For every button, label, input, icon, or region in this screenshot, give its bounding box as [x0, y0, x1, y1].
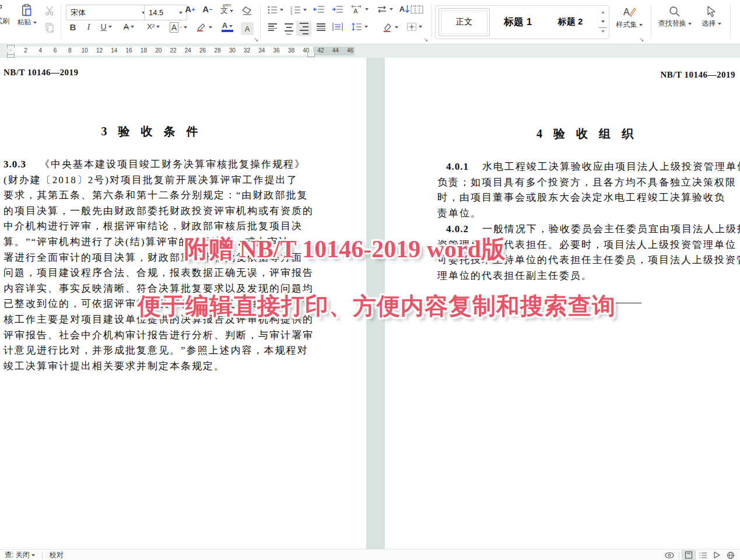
format-painter-label: 格式刷: [0, 16, 9, 26]
search-icon: [668, 5, 682, 19]
clause-4-0-1: 4.0.1 水电工程竣工决算验收应由项目法人上级投资管理单位 负责；如项目具有多…: [437, 159, 737, 221]
distribute-button[interactable]: <>: [330, 22, 345, 32]
clause-number: 4.0.1: [446, 161, 469, 172]
text-line: 竣工决算审计提出相关要求并制定本条规定。: [3, 359, 302, 374]
outline-view-button[interactable]: [696, 550, 710, 560]
style-normal[interactable]: 正文: [439, 8, 490, 36]
chevron-down-icon: [390, 8, 393, 10]
chevron-down-icon: [33, 22, 37, 24]
chevron-down-icon: [419, 26, 422, 28]
find-replace-button[interactable]: 查找替换: [655, 5, 694, 29]
web-view-button[interactable]: [724, 550, 738, 560]
borders-button[interactable]: [402, 22, 426, 32]
text-line: 3.0.3 《中央基本建设项目竣工财务决算审核批复操作规程》: [3, 157, 302, 173]
chevron-down-icon: [229, 25, 233, 27]
pinyin-guide-button[interactable]: wén 文: [216, 2, 237, 13]
effect-accent: ~: [179, 24, 182, 30]
grid-icon: [411, 5, 423, 14]
page-view-icon: [685, 551, 693, 559]
chevron-down-icon: [688, 23, 692, 25]
eraser-icon: [241, 5, 254, 16]
paragraph-dialog-launcher[interactable]: ↘: [423, 36, 428, 43]
toolbar-overflow-item[interactable]: 排: [734, 5, 740, 29]
highlighter-icon: [195, 22, 207, 33]
styles-scroll-up[interactable]: [599, 9, 607, 16]
svg-text:A: A: [353, 8, 358, 15]
ruler-number: 12: [95, 47, 104, 54]
align-left-button[interactable]: [265, 22, 279, 32]
select-button[interactable]: 选择: [696, 5, 727, 29]
font-color-swatch: [222, 30, 233, 32]
shrink-font-button[interactable]: A−: [200, 5, 215, 13]
table-grid-button[interactable]: [408, 5, 426, 14]
font-color-button[interactable]: A: [217, 21, 238, 32]
horizontal-ruler[interactable]: 2468101214161820222426283032343638404244…: [0, 44, 740, 58]
style-heading-1[interactable]: 标题 1: [495, 8, 541, 35]
clear-format-button[interactable]: [239, 5, 255, 16]
borders-icon: [406, 22, 417, 32]
ruler-number: 28: [213, 47, 222, 54]
text-line: 问题，项目建设程序合法、合规，报表数据正确无误，评审报告: [3, 265, 302, 281]
grow-font-button[interactable]: A+: [183, 5, 198, 13]
styles-scroll-down[interactable]: [599, 18, 607, 25]
proofing-button[interactable]: 校对: [45, 550, 68, 560]
ruler-number: 8: [65, 47, 75, 54]
styles-dialog-launcher[interactable]: ↘: [639, 36, 644, 43]
ruler-number: 6: [51, 47, 60, 54]
font-family-select[interactable]: 宋体: [66, 5, 150, 20]
bold-button[interactable]: B: [66, 22, 80, 32]
document-canvas[interactable]: NB/T 10146—2019 3 验 收 条 件 3.0.3 《中央基本建设项…: [0, 58, 740, 549]
preview-eye-button[interactable]: [662, 550, 676, 560]
ruler-number: 4: [36, 47, 45, 54]
highlight-button[interactable]: [192, 22, 215, 33]
format-painter-button[interactable]: 格式刷: [0, 4, 14, 26]
italic-button[interactable]: I: [82, 22, 95, 32]
view-switcher: [662, 550, 738, 560]
shading-button[interactable]: [378, 22, 401, 33]
text-line: 责单位。: [437, 206, 737, 222]
decrease-indent-button[interactable]: [311, 5, 327, 13]
copy-button[interactable]: [42, 21, 57, 34]
chevron-up-icon: [601, 11, 605, 13]
style-set-button[interactable]: A 样式集: [612, 5, 646, 30]
numbered-list-button[interactable]: 123: [289, 5, 308, 15]
text-direction-button[interactable]: [373, 5, 395, 13]
cut-button[interactable]: [42, 5, 57, 16]
ruler-number: 44: [331, 47, 340, 54]
bullet-list-button[interactable]: [265, 5, 285, 15]
distribute-icon: <>: [332, 22, 343, 32]
ruler-number: 2: [21, 47, 30, 54]
slideshow-view-button[interactable]: [710, 550, 724, 560]
status-bar: 查: 关闭 校对: [0, 549, 740, 560]
superscript-button[interactable]: X²: [142, 22, 165, 31]
line-spacing-button[interactable]: [348, 22, 371, 32]
align-center-button[interactable]: [282, 22, 296, 36]
increase-indent-button[interactable]: [330, 5, 345, 13]
watermark-line-1: 附赠 NB/T 10146-2019 word版: [184, 233, 506, 265]
align-right-button[interactable]: [296, 21, 311, 36]
toolbar-separator: [651, 5, 651, 38]
justify-icon: [317, 22, 325, 32]
justify-button[interactable]: [314, 22, 328, 32]
line-spacing-icon: [351, 22, 363, 32]
page-view-button[interactable]: [682, 550, 696, 560]
chevron-down-icon: [131, 26, 134, 28]
paste-icon: [20, 4, 34, 18]
toolbar-separator: [61, 5, 61, 38]
underline-button[interactable]: U: [96, 22, 116, 32]
styles-more[interactable]: [599, 27, 607, 35]
character-shading-button[interactable]: A: [241, 22, 254, 35]
spellcheck-status[interactable]: 查: 关闭: [0, 550, 40, 560]
font-size-select[interactable]: 14.5: [144, 5, 187, 20]
font-size-value: 14.5: [149, 8, 163, 17]
paste-button[interactable]: 粘贴: [14, 4, 40, 27]
ruler-number: 24: [183, 47, 192, 54]
ruler-number: 14: [110, 47, 119, 54]
strikethrough-button[interactable]: A: [118, 22, 139, 32]
font-dialog-launcher[interactable]: ↘: [254, 36, 258, 43]
text-effects-button[interactable]: A~: [167, 22, 190, 33]
word-processor-window: 格式刷 粘贴 宋体 14.5 A+ A− wén 文: [0, 0, 740, 560]
character-scale-button[interactable]: A: [348, 4, 371, 15]
svg-text:A: A: [623, 7, 630, 17]
style-heading-2[interactable]: 标题 2: [550, 8, 591, 35]
